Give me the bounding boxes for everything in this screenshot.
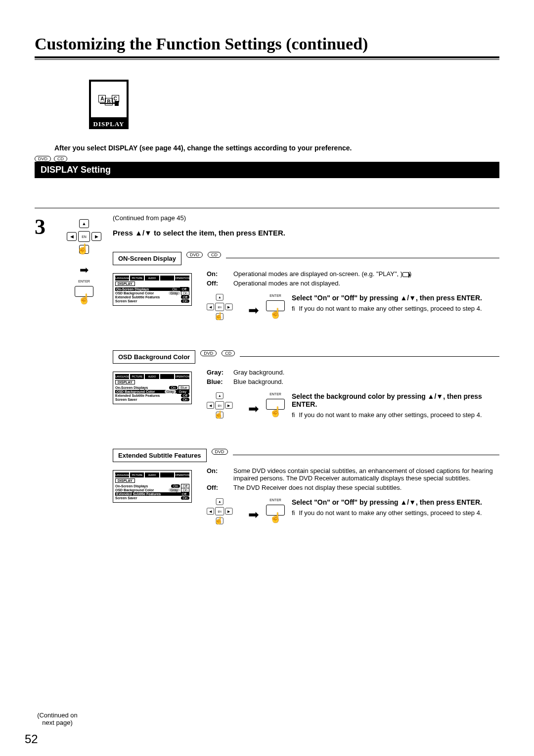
disc-dvd-tag: DVD — [200, 350, 217, 356]
continued-next-page: (Continued on next page) — [33, 711, 82, 726]
bullet-icon: fi — [292, 305, 295, 312]
enter-button-icon: ENTER ☝ — [75, 280, 93, 309]
dpad-icon: ▲▼◀▶EN☝ — [207, 498, 233, 524]
rule-thin — [35, 59, 499, 60]
osd-on-key: On: — [207, 270, 230, 278]
option-bg-label: OSD Background Color — [113, 350, 195, 364]
bg-blue-key: Blue: — [207, 378, 230, 385]
option-ext-label: Extended Subtitle Features — [113, 449, 207, 462]
disc-dvd-tag: DVD — [212, 449, 228, 455]
right-arrow-icon: ➡ — [248, 401, 259, 417]
bullet-icon: fi — [292, 509, 295, 517]
page-number: 52 — [25, 732, 38, 746]
enter-button-icon: ENTER☝ — [266, 392, 285, 422]
ext-preview-screenshot: LANGUAGEPICTUREAUDIOOPERATION DISPLAY On… — [113, 470, 192, 503]
osd-on-value: Operational modes are displayed on-scree… — [233, 270, 499, 278]
osd-off-value: Operational modes are not displayed. — [233, 280, 499, 287]
display-icon-label: DISPLAY — [89, 119, 129, 129]
bullet-icon: fi — [292, 411, 295, 419]
osd-action-note: If you do not want to make any other set… — [299, 305, 482, 312]
bg-gray-value: Gray background. — [233, 369, 499, 376]
bg-blue-value: Blue background. — [233, 378, 499, 385]
bg-action-note: If you do not want to make any other set… — [299, 411, 482, 419]
osd-off-key: Off: — [207, 280, 230, 287]
disc-dvd-tag: DVD — [35, 156, 51, 162]
disc-dvd-tag: DVD — [186, 252, 203, 258]
down-arrow-icon: ➡ — [80, 264, 89, 277]
enter-button-icon: ENTER☝ — [266, 498, 285, 527]
disc-cd-tag: CD — [54, 156, 67, 162]
osd-preview-screenshot: LANGUAGEPICTUREAUDIOOPERATION DISPLAY On… — [113, 273, 192, 306]
ext-action-note: If you do not want to make any other set… — [299, 509, 482, 517]
disc-cd-tag: CD — [222, 350, 235, 356]
ext-off-value: The DVD Receiver does not display these … — [233, 484, 499, 491]
right-arrow-icon: ➡ — [248, 303, 259, 318]
continued-from: (Continued from page 45) — [113, 214, 499, 222]
step-number: 3 — [35, 214, 59, 555]
disc-cd-tag: CD — [208, 252, 221, 258]
step-instruction: Press ▲/▼ to select the item, then press… — [113, 229, 499, 237]
dpad-icon: ▲▼◀▶EN☝ — [207, 392, 233, 419]
intro-text: After you select DISPLAY (see page 44), … — [54, 144, 499, 152]
display-category-icon: ABC DISPLAY — [89, 80, 499, 129]
ext-off-key: Off: — [207, 484, 230, 491]
bg-preview-screenshot: LANGUAGEPICTUREAUDIOOPERATION DISPLAY On… — [113, 372, 192, 404]
ext-on-key: On: — [207, 467, 230, 482]
ext-action-title: Select "On" or "Off" by pressing ▲/▼, th… — [292, 498, 499, 506]
ext-on-value: Some DVD videos contain special subtitle… — [233, 467, 499, 482]
dpad-icon: ▲▼ ◀▶ EN ☝ — [67, 219, 101, 254]
enter-button-icon: ENTER☝ — [266, 294, 285, 323]
dpad-icon: ▲▼◀▶EN☝ — [207, 294, 233, 320]
bg-action-title: Select the background color by pressing … — [292, 392, 499, 408]
osd-action-title: Select "On" or "Off" by pressing ▲/▼, th… — [292, 294, 499, 302]
step-3: 3 ▲▼ ◀▶ EN ☝ ➡ ENTER ☝ (Continued from p… — [35, 208, 499, 555]
remote-control-hint: ▲▼ ◀▶ EN ☝ ➡ ENTER ☝ — [59, 214, 109, 555]
rule-thick — [35, 56, 499, 58]
section-bar: DISPLAY Setting — [35, 162, 499, 178]
bg-gray-key: Gray: — [207, 369, 230, 376]
play-icon — [402, 272, 409, 277]
page-heading: Customizing the Function Settings (conti… — [35, 35, 499, 53]
disc-compatibility: DVD CD — [35, 156, 499, 162]
right-arrow-icon: ➡ — [248, 507, 259, 522]
option-osd-label: ON-Screen Display — [113, 252, 181, 265]
